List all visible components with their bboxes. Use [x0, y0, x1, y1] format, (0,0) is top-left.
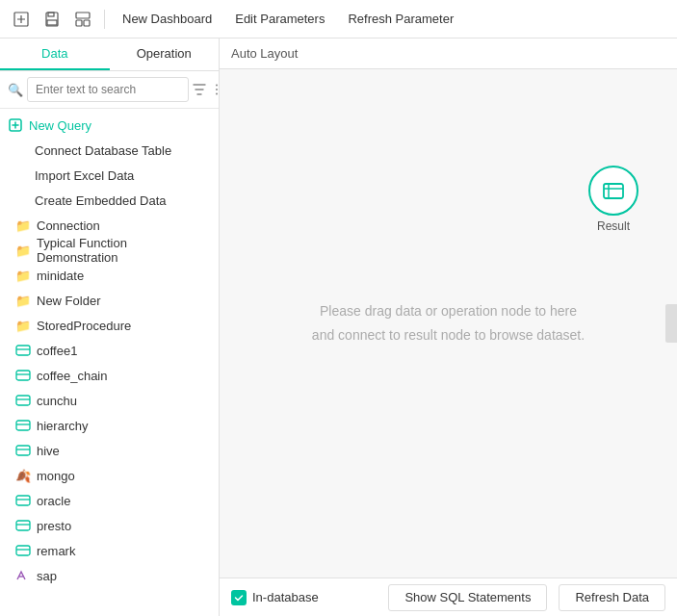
canvas-placeholder: Please drag data or operation node to he… — [312, 299, 585, 347]
folder-label-stored: StoredProcedure — [37, 319, 131, 333]
folder-minidate[interactable]: 📁 minidate — [0, 263, 219, 288]
import-excel-item[interactable]: Import Excel Data — [0, 163, 219, 188]
db-presto[interactable]: presto — [0, 513, 219, 538]
db-cunchu[interactable]: cunchu — [0, 388, 219, 413]
db-coffee1[interactable]: coffee1 — [0, 338, 219, 363]
db-label-hierarchy: hierarchy — [37, 419, 88, 433]
db-label-sap: sap — [37, 569, 57, 583]
search-bar: 🔍 — [0, 71, 219, 109]
tree: New Query Connect Database Table Import … — [0, 109, 219, 616]
search-input[interactable] — [27, 77, 189, 102]
top-toolbar: New Dashboard Edit Parameters Refresh Pa… — [0, 0, 677, 38]
folder-label-connection: Connection — [37, 218, 100, 233]
import-excel-label: Import Excel Data — [35, 168, 134, 183]
toolbar-divider — [104, 10, 105, 29]
result-node: Result — [588, 166, 638, 233]
svg-rect-4 — [76, 13, 90, 18]
db-sap[interactable]: sap — [0, 563, 219, 588]
show-sql-button[interactable]: Show SQL Statements — [388, 584, 547, 611]
edit-parameters-button[interactable]: Edit Parameters — [225, 6, 334, 33]
db-hierarchy[interactable]: hierarchy — [0, 413, 219, 438]
result-node-circle — [588, 166, 638, 216]
db-coffee-chain[interactable]: coffee_chain — [0, 363, 219, 388]
db-icon-cunchu — [15, 393, 31, 408]
new-query-item[interactable]: New Query — [0, 113, 219, 138]
create-embedded-label: Create Embedded Data — [35, 193, 167, 208]
folder-icon-new: 📁 — [15, 293, 31, 308]
svg-rect-15 — [16, 396, 30, 405]
db-icon-remark — [15, 543, 31, 558]
folder-label-typical: Typical Function Demonstration — [37, 236, 211, 265]
new-query-icon — [8, 117, 23, 133]
bottom-bar: In-database Show SQL Statements Refresh … — [220, 578, 677, 616]
tab-data[interactable]: Data — [0, 38, 110, 70]
db-icon-coffee1 — [15, 343, 31, 358]
refresh-parameter-button[interactable]: Refresh Parameter — [338, 6, 463, 33]
canvas-scroll-handle[interactable] — [665, 304, 677, 343]
db-label-remark: remark — [37, 544, 75, 558]
svg-rect-19 — [16, 446, 30, 455]
db-label-cunchu: cunchu — [37, 394, 77, 408]
db-icon-coffee-chain — [15, 368, 31, 383]
svg-point-9 — [216, 93, 218, 95]
db-hive[interactable]: hive — [0, 438, 219, 463]
db-icon-sap — [15, 568, 31, 583]
auto-layout-bar: Auto Layout — [220, 38, 677, 69]
svg-rect-21 — [16, 496, 30, 505]
refresh-data-button[interactable]: Refresh Data — [559, 584, 665, 611]
svg-rect-23 — [16, 521, 30, 530]
db-icon-hive — [15, 443, 31, 458]
placeholder-line2: and connect to result node to browse dat… — [312, 323, 585, 347]
db-label-presto: presto — [37, 519, 71, 533]
folder-label-new: New Folder — [37, 294, 100, 308]
folder-new[interactable]: 📁 New Folder — [0, 288, 219, 313]
connect-db-label: Connect Database Table — [35, 143, 171, 158]
svg-point-8 — [216, 89, 218, 90]
in-database-label: In-database — [252, 590, 319, 604]
db-icon-presto — [15, 518, 31, 533]
folder-icon-stored: 📁 — [15, 318, 31, 333]
folder-icon-typical: 📁 — [15, 243, 31, 258]
icon-btn-2[interactable] — [39, 6, 65, 33]
folder-connection[interactable]: 📁 Connection — [0, 213, 219, 238]
result-node-label: Result — [597, 219, 630, 233]
db-icon-hierarchy — [15, 418, 31, 433]
right-panel: Auto Layout Result Please drag data or o… — [220, 38, 677, 616]
svg-rect-28 — [604, 184, 623, 198]
in-database-checkbox-label[interactable]: In-database — [231, 590, 319, 605]
svg-rect-11 — [16, 346, 30, 355]
db-icon-oracle — [15, 493, 31, 508]
svg-rect-13 — [16, 371, 30, 380]
db-remark[interactable]: remark — [0, 538, 219, 563]
create-embedded-item[interactable]: Create Embedded Data — [0, 188, 219, 213]
db-mongo[interactable]: 🍂 mongo — [0, 463, 219, 488]
connect-db-item[interactable]: Connect Database Table — [0, 138, 219, 163]
db-label-coffee-chain: coffee_chain — [37, 369, 108, 383]
folder-icon-connection: 📁 — [15, 218, 31, 233]
folder-label-minidate: minidate — [37, 269, 84, 283]
auto-layout-label: Auto Layout — [231, 46, 298, 61]
db-oracle[interactable]: oracle — [0, 488, 219, 513]
svg-rect-6 — [84, 20, 90, 26]
placeholder-line1: Please drag data or operation node to he… — [312, 299, 585, 323]
svg-rect-25 — [16, 546, 30, 555]
folder-stored-procedure[interactable]: 📁 StoredProcedure — [0, 313, 219, 338]
icon-btn-1[interactable] — [8, 6, 35, 33]
folder-icon-minidate: 📁 — [15, 268, 31, 283]
tab-bar: Data Operation — [0, 38, 219, 71]
folder-typical[interactable]: 📁 Typical Function Demonstration — [0, 238, 219, 263]
db-label-oracle: oracle — [37, 494, 70, 508]
svg-point-7 — [216, 85, 218, 87]
filter-icon[interactable] — [193, 79, 206, 100]
new-dashboard-button[interactable]: New Dashboard — [113, 6, 221, 33]
main-layout: Data Operation 🔍 — [0, 38, 677, 616]
db-label-coffee1: coffee1 — [37, 344, 77, 358]
db-icon-mongo: 🍂 — [15, 468, 31, 483]
in-database-checkbox[interactable] — [231, 590, 247, 605]
db-label-hive: hive — [37, 444, 60, 458]
new-query-label: New Query — [29, 118, 91, 133]
svg-rect-5 — [76, 20, 82, 26]
tab-operation[interactable]: Operation — [110, 38, 220, 70]
canvas-area: Result Please drag data or operation nod… — [220, 69, 677, 578]
icon-btn-3[interactable] — [69, 6, 96, 33]
